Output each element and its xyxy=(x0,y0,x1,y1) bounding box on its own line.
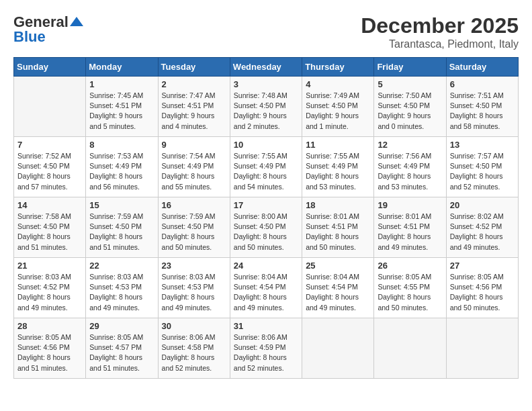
calendar-cell: 10Sunrise: 7:55 AMSunset: 4:49 PMDayligh… xyxy=(230,137,302,197)
day-info: Sunrise: 7:48 AMSunset: 4:50 PMDaylight:… xyxy=(234,91,298,132)
day-number: 24 xyxy=(234,261,298,271)
calendar-cell xyxy=(374,318,446,379)
day-number: 29 xyxy=(89,321,154,331)
logo-blue: Blue xyxy=(13,28,46,46)
calendar-cell: 4Sunrise: 7:49 AMSunset: 4:50 PMDaylight… xyxy=(302,77,374,137)
svg-marker-0 xyxy=(70,17,83,26)
calendar-cell: 7Sunrise: 7:52 AMSunset: 4:50 PMDaylight… xyxy=(14,137,86,197)
day-number: 13 xyxy=(450,140,515,150)
calendar-cell: 22Sunrise: 8:03 AMSunset: 4:53 PMDayligh… xyxy=(86,258,158,318)
day-info: Sunrise: 7:58 AMSunset: 4:50 PMDaylight:… xyxy=(17,212,82,253)
calendar-cell: 21Sunrise: 8:03 AMSunset: 4:52 PMDayligh… xyxy=(14,258,86,318)
day-number: 25 xyxy=(306,261,370,271)
calendar-cell: 14Sunrise: 7:58 AMSunset: 4:50 PMDayligh… xyxy=(14,197,86,258)
logo: General Blue xyxy=(13,13,83,46)
month-title: December 2025 xyxy=(361,13,519,38)
calendar-cell: 17Sunrise: 8:00 AMSunset: 4:50 PMDayligh… xyxy=(230,197,302,258)
day-number: 26 xyxy=(378,261,442,271)
location: Tarantasca, Piedmont, Italy xyxy=(361,38,519,50)
day-info: Sunrise: 8:05 AMSunset: 4:55 PMDaylight:… xyxy=(378,272,442,313)
day-number: 11 xyxy=(306,140,370,150)
calendar-cell: 6Sunrise: 7:51 AMSunset: 4:50 PMDaylight… xyxy=(446,77,518,137)
calendar-cell: 28Sunrise: 8:05 AMSunset: 4:56 PMDayligh… xyxy=(14,318,86,379)
day-number: 30 xyxy=(162,321,226,331)
day-info: Sunrise: 7:50 AMSunset: 4:50 PMDaylight:… xyxy=(378,91,442,132)
calendar-cell: 20Sunrise: 8:02 AMSunset: 4:52 PMDayligh… xyxy=(446,197,518,258)
day-info: Sunrise: 8:06 AMSunset: 4:59 PMDaylight:… xyxy=(234,332,298,373)
calendar-cell: 27Sunrise: 8:05 AMSunset: 4:56 PMDayligh… xyxy=(446,258,518,318)
day-info: Sunrise: 7:55 AMSunset: 4:49 PMDaylight:… xyxy=(306,151,370,192)
day-info: Sunrise: 7:54 AMSunset: 4:49 PMDaylight:… xyxy=(162,151,226,192)
calendar-cell xyxy=(302,318,374,379)
day-info: Sunrise: 8:05 AMSunset: 4:56 PMDaylight:… xyxy=(450,272,515,313)
day-info: Sunrise: 8:01 AMSunset: 4:51 PMDaylight:… xyxy=(378,212,442,253)
calendar-week-2: 7Sunrise: 7:52 AMSunset: 4:50 PMDaylight… xyxy=(14,137,519,197)
day-info: Sunrise: 7:49 AMSunset: 4:50 PMDaylight:… xyxy=(306,91,370,132)
page-header: General Blue December 2025 Tarantasca, P… xyxy=(13,13,519,50)
weekday-header-monday: Monday xyxy=(86,58,158,77)
calendar-week-4: 21Sunrise: 8:03 AMSunset: 4:52 PMDayligh… xyxy=(14,258,519,318)
day-info: Sunrise: 7:53 AMSunset: 4:49 PMDaylight:… xyxy=(89,151,154,192)
day-number: 3 xyxy=(234,79,298,89)
day-info: Sunrise: 7:56 AMSunset: 4:49 PMDaylight:… xyxy=(378,151,442,192)
day-info: Sunrise: 8:03 AMSunset: 4:52 PMDaylight:… xyxy=(17,272,82,313)
calendar-cell xyxy=(14,77,86,137)
day-info: Sunrise: 8:03 AMSunset: 4:53 PMDaylight:… xyxy=(162,272,226,313)
day-info: Sunrise: 7:59 AMSunset: 4:50 PMDaylight:… xyxy=(162,212,226,253)
calendar-cell: 5Sunrise: 7:50 AMSunset: 4:50 PMDaylight… xyxy=(374,77,446,137)
day-number: 21 xyxy=(17,261,82,271)
calendar-cell: 23Sunrise: 8:03 AMSunset: 4:53 PMDayligh… xyxy=(158,258,230,318)
day-number: 28 xyxy=(17,321,82,331)
day-number: 23 xyxy=(162,261,226,271)
calendar-cell: 9Sunrise: 7:54 AMSunset: 4:49 PMDaylight… xyxy=(158,137,230,197)
day-number: 4 xyxy=(306,79,370,89)
day-info: Sunrise: 7:59 AMSunset: 4:50 PMDaylight:… xyxy=(89,212,154,253)
calendar-cell: 24Sunrise: 8:04 AMSunset: 4:54 PMDayligh… xyxy=(230,258,302,318)
calendar-cell: 31Sunrise: 8:06 AMSunset: 4:59 PMDayligh… xyxy=(230,318,302,379)
day-number: 9 xyxy=(162,140,226,150)
day-info: Sunrise: 8:04 AMSunset: 4:54 PMDaylight:… xyxy=(306,272,370,313)
day-info: Sunrise: 7:51 AMSunset: 4:50 PMDaylight:… xyxy=(450,91,515,132)
day-number: 31 xyxy=(234,321,298,331)
day-info: Sunrise: 8:03 AMSunset: 4:53 PMDaylight:… xyxy=(89,272,154,313)
day-info: Sunrise: 8:00 AMSunset: 4:50 PMDaylight:… xyxy=(234,212,298,253)
calendar-week-3: 14Sunrise: 7:58 AMSunset: 4:50 PMDayligh… xyxy=(14,197,519,258)
calendar-cell: 11Sunrise: 7:55 AMSunset: 4:49 PMDayligh… xyxy=(302,137,374,197)
day-number: 15 xyxy=(89,200,154,210)
day-info: Sunrise: 7:52 AMSunset: 4:50 PMDaylight:… xyxy=(17,151,82,192)
day-number: 19 xyxy=(378,200,442,210)
weekday-header-saturday: Saturday xyxy=(446,58,518,77)
calendar-cell: 8Sunrise: 7:53 AMSunset: 4:49 PMDaylight… xyxy=(86,137,158,197)
calendar-cell: 30Sunrise: 8:06 AMSunset: 4:58 PMDayligh… xyxy=(158,318,230,379)
weekday-header-sunday: Sunday xyxy=(14,58,86,77)
day-number: 27 xyxy=(450,261,515,271)
calendar-cell: 13Sunrise: 7:57 AMSunset: 4:50 PMDayligh… xyxy=(446,137,518,197)
calendar-cell: 26Sunrise: 8:05 AMSunset: 4:55 PMDayligh… xyxy=(374,258,446,318)
day-number: 12 xyxy=(378,140,442,150)
calendar-cell: 18Sunrise: 8:01 AMSunset: 4:51 PMDayligh… xyxy=(302,197,374,258)
day-info: Sunrise: 8:01 AMSunset: 4:51 PMDaylight:… xyxy=(306,212,370,253)
day-number: 18 xyxy=(306,200,370,210)
calendar-cell: 12Sunrise: 7:56 AMSunset: 4:49 PMDayligh… xyxy=(374,137,446,197)
day-number: 6 xyxy=(450,79,515,89)
weekday-header-tuesday: Tuesday xyxy=(158,58,230,77)
day-number: 1 xyxy=(89,79,154,89)
logo-icon xyxy=(70,17,83,26)
day-number: 10 xyxy=(234,140,298,150)
day-number: 2 xyxy=(162,79,226,89)
title-section: December 2025 Tarantasca, Piedmont, Ital… xyxy=(361,13,519,50)
weekday-header-friday: Friday xyxy=(374,58,446,77)
calendar-cell: 16Sunrise: 7:59 AMSunset: 4:50 PMDayligh… xyxy=(158,197,230,258)
day-number: 7 xyxy=(17,140,82,150)
day-info: Sunrise: 8:06 AMSunset: 4:58 PMDaylight:… xyxy=(162,332,226,373)
day-info: Sunrise: 7:55 AMSunset: 4:49 PMDaylight:… xyxy=(234,151,298,192)
calendar-cell: 1Sunrise: 7:45 AMSunset: 4:51 PMDaylight… xyxy=(86,77,158,137)
calendar-week-1: 1Sunrise: 7:45 AMSunset: 4:51 PMDaylight… xyxy=(14,77,519,137)
day-number: 17 xyxy=(234,200,298,210)
calendar-cell xyxy=(446,318,518,379)
day-info: Sunrise: 7:45 AMSunset: 4:51 PMDaylight:… xyxy=(89,91,154,132)
day-number: 20 xyxy=(450,200,515,210)
calendar-cell: 15Sunrise: 7:59 AMSunset: 4:50 PMDayligh… xyxy=(86,197,158,258)
day-info: Sunrise: 8:05 AMSunset: 4:56 PMDaylight:… xyxy=(17,332,82,373)
calendar-table: SundayMondayTuesdayWednesdayThursdayFrid… xyxy=(13,57,519,379)
